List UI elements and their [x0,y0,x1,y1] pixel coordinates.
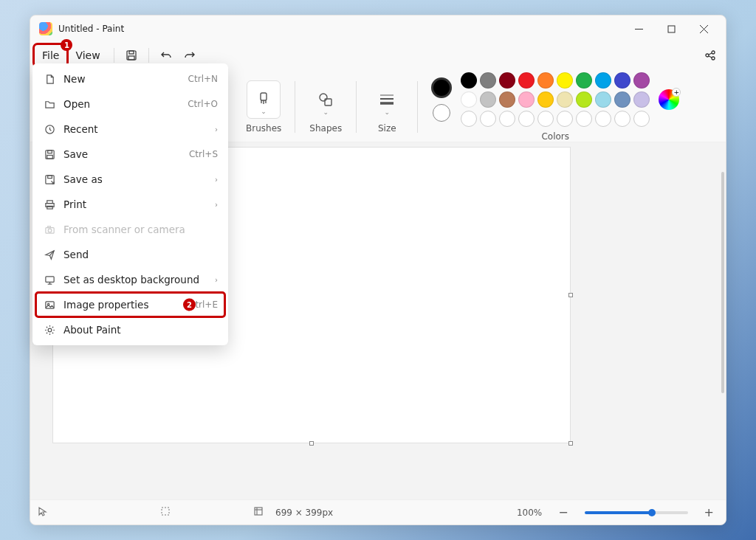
color-swatch[interactable] [614,72,630,89]
color-swatch[interactable] [595,91,611,108]
color-secondary[interactable] [433,104,450,122]
menu-file[interactable]: File 1 [35,45,66,66]
zoom-out-button[interactable]: − [554,505,572,519]
shapes-label: Shapes [309,123,342,134]
svg-point-7 [706,54,709,57]
ribbon-group-colors: + Colors [422,72,688,142]
color-swatch-empty[interactable] [576,111,592,127]
color-swatch[interactable] [576,72,592,89]
color-swatch[interactable] [499,91,515,108]
color-swatch[interactable] [480,72,496,89]
file-menu-item-label: Recent [63,123,98,135]
file-menu-item[interactable]: Image propertiesCtrl+E2 [35,292,225,317]
chevron-right-icon: › [215,125,218,134]
ribbon-group-size: ⌄ Size [361,72,413,142]
shortcut-label: Ctrl+S [189,149,218,159]
maximize-button[interactable] [655,17,687,41]
svg-line-10 [709,53,712,55]
menubar-separator [114,48,114,63]
file-menu-item-label: Save as [63,173,103,185]
file-menu-item[interactable]: About Paint [35,317,225,342]
color-swatch-empty[interactable] [614,111,630,127]
file-menu-item-label: Send [63,249,89,260]
size-button[interactable]: ⌄ [370,80,404,119]
close-button[interactable] [687,17,720,41]
resize-handle-bottom[interactable] [309,441,314,446]
zoom-in-button[interactable]: + [700,505,718,519]
window-title: Untitled - Paint [58,24,124,34]
color-swatch[interactable] [537,91,554,108]
colors-label: Colors [541,131,569,142]
color-swatch[interactable] [518,72,535,89]
svg-line-11 [709,56,712,58]
color-primary[interactable] [431,77,452,98]
file-menu-item[interactable]: Send [35,242,225,267]
svg-rect-6 [128,56,134,60]
color-swatch-empty[interactable] [595,111,611,127]
gear-icon [43,325,56,336]
status-dimensions: 699 × 399px [275,508,333,518]
color-palette [461,72,650,127]
save-icon [43,149,56,160]
resize-handle-corner[interactable] [568,441,573,446]
image-icon [43,300,56,311]
chevron-down-icon: ⌄ [323,108,329,116]
file-menu-item[interactable]: Save as› [35,167,225,192]
color-swatch-empty[interactable] [461,111,477,127]
menu-view[interactable]: View [68,45,107,66]
color-swatch-empty[interactable] [537,111,554,127]
color-swatch-empty[interactable] [557,111,573,127]
ribbon-separator [295,81,295,133]
color-swatch[interactable] [518,91,535,108]
chevron-right-icon: › [215,276,218,284]
file-menu-item[interactable]: SaveCtrl+S [35,142,225,167]
color-swatch[interactable] [595,72,611,89]
file-menu-item[interactable]: Print› [35,192,225,217]
color-swatch[interactable] [633,91,650,108]
zoom-slider[interactable] [585,511,688,514]
zoom-slider-thumb[interactable] [648,509,656,516]
file-menu-item[interactable]: Set as desktop background› [35,267,225,292]
file-menu-item-label: Save [63,148,88,160]
menu-file-label: File [42,49,59,61]
file-menu-item-label: From scanner or camera [63,224,185,235]
color-swatch[interactable] [633,72,650,89]
color-swatch[interactable] [461,72,477,89]
color-swatch[interactable] [480,91,496,108]
color-swatch[interactable] [557,72,573,89]
color-swatch-empty[interactable] [518,111,535,127]
camera-icon [43,224,56,235]
svg-rect-19 [255,508,262,515]
color-swatch[interactable] [499,72,515,89]
folder-icon [43,99,56,110]
file-menu-item[interactable]: NewCtrl+N [35,66,225,91]
color-swatch-empty[interactable] [499,111,515,127]
plus-icon: + [672,88,681,97]
scrollbar-vertical[interactable] [721,172,724,393]
edit-colors-button[interactable]: + [659,89,679,110]
color-swatch-empty[interactable] [480,111,496,127]
minimize-button[interactable] [622,17,655,41]
resize-handle-right[interactable] [568,293,573,297]
shapes-button[interactable]: ⌄ [309,80,343,119]
color-swatch[interactable] [557,91,573,108]
paint-app-icon [39,22,52,35]
menubar-separator [148,48,149,63]
print-icon [43,199,56,210]
color-swatch[interactable] [576,91,592,108]
color-swatch[interactable] [537,72,554,89]
desktop-icon [43,274,56,285]
brushes-button[interactable]: ⌄ [247,80,281,119]
share-icon[interactable] [699,44,721,66]
file-menu-item: From scanner or camera [35,217,225,242]
color-swatch[interactable] [461,91,477,108]
color-swatch-empty[interactable] [633,111,650,127]
dimensions-icon [253,506,264,519]
color-swatch[interactable] [614,91,630,108]
cursor-position-icon [38,506,48,519]
file-menu-item[interactable]: OpenCtrl+O [35,91,225,117]
file-menu-item[interactable]: Recent› [35,117,225,142]
file-menu-item-label: Print [63,198,86,210]
svg-rect-33 [47,226,50,227]
svg-rect-30 [47,206,52,209]
